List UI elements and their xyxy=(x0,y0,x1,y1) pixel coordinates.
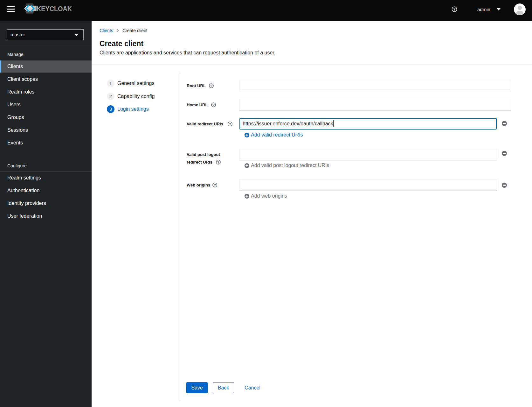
svg-text:?: ? xyxy=(453,7,456,11)
svg-text:?: ? xyxy=(210,84,212,88)
svg-text:?: ? xyxy=(217,160,219,164)
svg-text:?: ? xyxy=(214,183,216,187)
svg-text:KEYCLOAK: KEYCLOAK xyxy=(37,5,72,13)
svg-text:?: ? xyxy=(212,103,215,107)
svg-text:?: ? xyxy=(229,122,231,126)
